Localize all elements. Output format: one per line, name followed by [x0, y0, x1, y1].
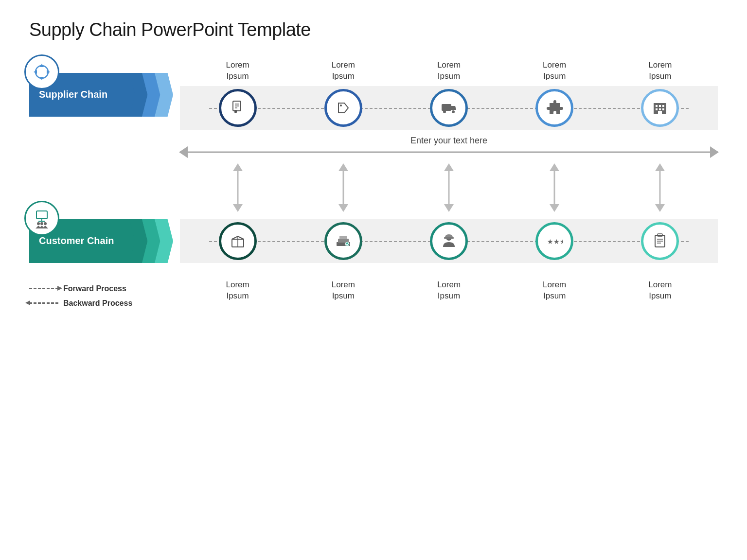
- arrow-up-5: [655, 163, 665, 171]
- customer-label-below-4: LoremIpsum: [628, 280, 692, 302]
- truck-icon: [440, 99, 458, 117]
- svg-rect-35: [444, 237, 454, 239]
- vert-arrow-shaft-5: [656, 163, 664, 212]
- legend-items: Forward Process Backward Process: [29, 284, 180, 308]
- customer-circles-row: ★★★: [180, 219, 718, 263]
- customer-label-below-0: LoremIpsum: [206, 280, 269, 302]
- backward-process-label: Backward Process: [63, 299, 132, 308]
- tag-icon: [335, 99, 352, 117]
- svg-rect-17: [656, 108, 658, 110]
- customer-label-below-2: LoremIpsum: [417, 280, 480, 302]
- supplier-label-3: LoremIpsum: [523, 60, 586, 82]
- supplier-label-4: LoremIpsum: [628, 60, 692, 82]
- vert-arrow-1: [233, 163, 242, 212]
- supplier-circle-2: [324, 89, 362, 127]
- supplier-label-text: Supplier Chain: [39, 89, 131, 100]
- supplier-cycle-icon: [32, 62, 52, 82]
- svg-rect-18: [659, 108, 661, 110]
- document-icon: [229, 99, 247, 117]
- customer-circle-2: [324, 222, 362, 260]
- page-title: Supply Chain PowerPoint Template: [29, 19, 718, 40]
- customer-label-below-3: LoremIpsum: [523, 280, 586, 302]
- middle-section: Enter your text here: [29, 135, 718, 214]
- customer-circle-5: [641, 222, 679, 260]
- customer-circle-4: ★★★: [535, 222, 573, 260]
- supplier-label-1: LoremIpsum: [312, 60, 375, 82]
- supplier-label-2: LoremIpsum: [417, 60, 480, 82]
- vert-arrow-3: [445, 163, 453, 212]
- supplier-chevrons: [135, 73, 173, 117]
- arrow-right-head: [710, 146, 719, 158]
- supplier-label-0: LoremIpsum: [206, 60, 269, 82]
- customer-left: Customer Chain: [29, 219, 180, 263]
- person-icon: [440, 232, 458, 250]
- svg-point-12: [452, 110, 455, 113]
- arrow-line: [180, 151, 718, 153]
- stars-icon: ★★★: [546, 232, 563, 250]
- page: Supply Chain PowerPoint Template: [0, 0, 747, 560]
- box-icon: [229, 232, 247, 250]
- arrow-left-head: [179, 146, 188, 158]
- supplier-circle-4: [535, 89, 573, 127]
- arrow-down-4: [550, 204, 559, 212]
- supplier-left: Supplier Chain: [29, 73, 180, 117]
- arrow-up-1: [233, 163, 243, 171]
- arrow-up-4: [550, 163, 559, 171]
- customer-label-text: Customer Chain: [39, 235, 131, 246]
- middle-text: Enter your text here: [410, 136, 487, 146]
- vert-arrow-shaft-2: [339, 163, 348, 212]
- svg-rect-32: [339, 236, 347, 239]
- vert-arrow-shaft-4: [550, 163, 559, 212]
- supplier-circle-3: [430, 89, 468, 127]
- forward-process-line: [29, 288, 58, 289]
- puzzle-icon: [546, 99, 563, 117]
- backward-process-line: [29, 302, 58, 304]
- customer-section: Customer Chain: [29, 219, 718, 263]
- vert-arrow-4: [550, 163, 559, 212]
- arrow-down-5: [655, 204, 665, 212]
- vert-arrow-5: [656, 163, 664, 212]
- vertical-arrows: [180, 163, 718, 212]
- customer-icon-circle: [24, 201, 59, 236]
- customer-label-below-1: LoremIpsum: [312, 280, 375, 302]
- building-icon: [651, 99, 669, 117]
- customer-people-icon: [32, 208, 52, 228]
- svg-rect-20: [658, 111, 662, 114]
- svg-rect-21: [36, 211, 47, 219]
- arrow-up-2: [338, 163, 348, 171]
- svg-text:★★★: ★★★: [547, 238, 563, 245]
- supplier-right: LoremIpsum LoremIpsum LoremIpsum LoremIp…: [180, 60, 718, 130]
- arrow-up-3: [444, 163, 454, 171]
- vert-arrow-2: [339, 163, 348, 212]
- supplier-circles-row: [180, 86, 718, 130]
- svg-point-11: [443, 110, 446, 113]
- customer-circle-3: [430, 222, 468, 260]
- svg-rect-14: [656, 105, 658, 107]
- supplier-circle-5: [641, 89, 679, 127]
- supplier-section: Supplier Chain LoremIpsum LoremIpsum Lor…: [29, 60, 718, 130]
- customer-circle-1: [219, 222, 257, 260]
- svg-rect-15: [659, 105, 661, 107]
- arrow-down-2: [338, 204, 348, 212]
- supplier-icon-circle: [24, 54, 59, 89]
- clipboard-icon: [651, 232, 669, 250]
- supplier-circle-1: [219, 89, 257, 127]
- svg-point-26: [44, 222, 47, 225]
- horizontal-arrow-container: Enter your text here: [180, 135, 718, 158]
- svg-rect-19: [662, 108, 664, 110]
- legend-backward: Backward Process: [29, 299, 180, 308]
- legend-section: Forward Process Backward Process: [29, 273, 180, 308]
- legend-forward: Forward Process: [29, 284, 180, 293]
- svg-rect-10: [442, 104, 451, 111]
- forward-process-label: Forward Process: [63, 284, 126, 293]
- svg-point-9: [340, 105, 342, 106]
- svg-point-25: [40, 222, 43, 225]
- legend-bottom-row: Forward Process Backward Process LoremIp…: [29, 273, 718, 308]
- vert-arrow-shaft-1: [233, 163, 242, 212]
- svg-rect-16: [662, 105, 664, 107]
- stack-icon: [335, 232, 352, 250]
- customer-chevrons: [135, 219, 173, 263]
- bottom-labels-section: LoremIpsum LoremIpsum LoremIpsum LoremIp…: [180, 273, 718, 302]
- vert-arrow-shaft-3: [445, 163, 453, 212]
- supplier-labels-above: LoremIpsum LoremIpsum LoremIpsum LoremIp…: [180, 60, 718, 82]
